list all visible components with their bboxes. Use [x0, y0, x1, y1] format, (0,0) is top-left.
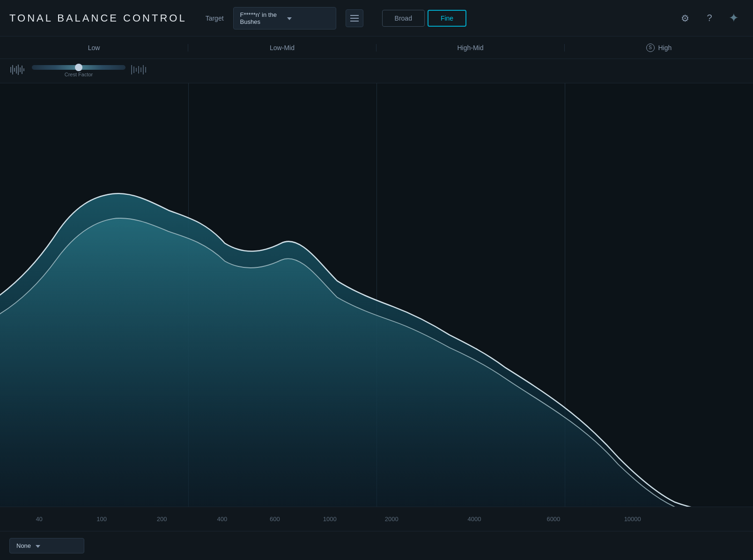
- s-badge: S: [646, 44, 655, 52]
- freq-label-1000: 1000: [323, 516, 337, 523]
- freq-label-10000: 10000: [624, 516, 641, 523]
- freq-label-100: 100: [96, 516, 107, 523]
- svg-rect-9: [133, 66, 134, 73]
- svg-rect-6: [22, 66, 22, 74]
- logo-icon: ✦: [729, 11, 739, 25]
- band-low-mid-label: Low-Mid: [188, 44, 376, 52]
- crest-slider-thumb[interactable]: [75, 64, 82, 71]
- fine-button[interactable]: Fine: [428, 10, 466, 27]
- svg-rect-13: [143, 65, 144, 74]
- settings-button[interactable]: ⚙: [675, 8, 695, 28]
- hamburger-line: [350, 21, 359, 22]
- header-icons: ⚙ ? ✦: [675, 8, 744, 28]
- target-dropdown-value: F*****n' in the Bushes: [240, 11, 282, 25]
- app-title: TONAL BALANCE CONTROL: [9, 12, 187, 24]
- freq-label-6000: 6000: [546, 516, 560, 523]
- bottom-bar: None: [0, 531, 753, 560]
- help-icon: ?: [707, 13, 712, 23]
- freq-label-4000: 4000: [468, 516, 481, 523]
- header: TONAL BALANCE CONTROL Target F*****n' in…: [0, 0, 753, 37]
- svg-rect-10: [136, 68, 137, 72]
- svg-rect-12: [140, 67, 141, 72]
- svg-rect-2: [14, 68, 15, 72]
- target-dropdown[interactable]: F*****n' in the Bushes: [233, 7, 336, 29]
- svg-rect-1: [12, 65, 13, 74]
- none-dropdown-value: None: [16, 542, 31, 549]
- hamburger-line: [350, 18, 359, 19]
- hamburger-line: [350, 15, 359, 16]
- freq-label-600: 600: [270, 516, 280, 523]
- freq-label-40: 40: [36, 516, 42, 523]
- dropdown-chevron-icon: [287, 15, 329, 22]
- help-button[interactable]: ?: [700, 8, 719, 28]
- crest-slider-track[interactable]: [32, 65, 126, 70]
- svg-rect-0: [10, 67, 11, 73]
- freq-label-400: 400: [217, 516, 228, 523]
- none-dropdown-chevron-icon: [36, 542, 40, 549]
- chart-area: [0, 83, 753, 507]
- broad-button[interactable]: Broad: [382, 10, 425, 27]
- logo-button[interactable]: ✦: [724, 8, 744, 28]
- crest-tick-marks: [130, 63, 147, 79]
- waveform-icon: [9, 63, 26, 79]
- band-high-mid-label: High-Mid: [376, 44, 565, 52]
- gear-icon: ⚙: [681, 13, 689, 24]
- target-label: Target: [206, 15, 224, 22]
- crest-factor-label: Crest Factor: [65, 72, 93, 77]
- hamburger-menu-button[interactable]: [346, 9, 363, 27]
- svg-rect-11: [138, 66, 139, 74]
- svg-rect-7: [23, 68, 24, 71]
- band-labels: Low Low-Mid High-Mid S High: [0, 37, 753, 59]
- svg-rect-3: [16, 66, 17, 74]
- band-high-label: S High: [565, 44, 753, 52]
- freq-label-2000: 2000: [385, 516, 399, 523]
- freq-axis: 40 100 200 400 600 1000 2000 4000 6000 1…: [0, 507, 753, 531]
- controls-row: Crest Factor: [0, 59, 753, 83]
- view-toggle: Broad Fine: [382, 10, 467, 27]
- svg-rect-8: [131, 65, 132, 74]
- svg-rect-14: [145, 67, 146, 73]
- none-dropdown[interactable]: None: [9, 538, 84, 553]
- svg-rect-4: [18, 65, 19, 75]
- svg-rect-5: [20, 67, 21, 72]
- band-low-label: Low: [0, 44, 188, 52]
- crest-factor-control[interactable]: Crest Factor: [32, 65, 126, 77]
- freq-label-200: 200: [157, 516, 167, 523]
- spectrum-chart: [0, 83, 753, 507]
